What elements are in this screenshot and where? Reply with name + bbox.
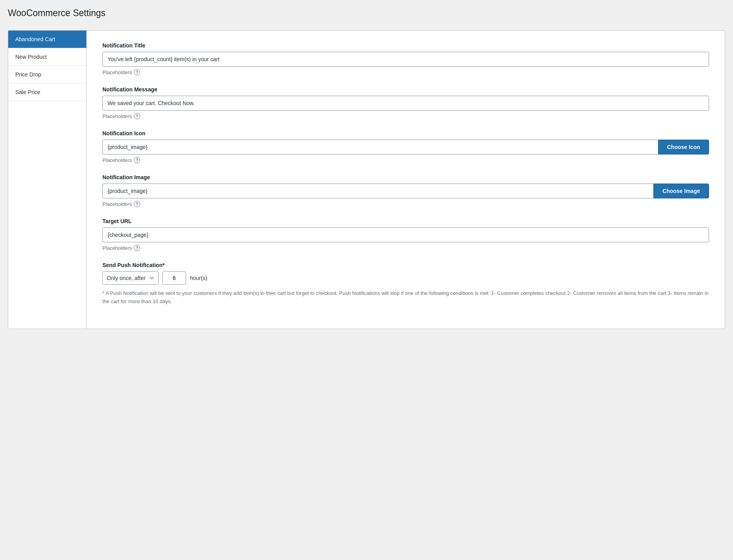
- send-push-select[interactable]: Only once, after Every time: [102, 271, 159, 285]
- notification-image-input[interactable]: [102, 184, 653, 198]
- page-title: WooCommerce Settings: [8, 8, 725, 22]
- placeholders-help-icon-5[interactable]: ?: [134, 245, 140, 251]
- hours-label: hour(s): [190, 275, 207, 281]
- target-url-section: Target URL Placeholders ?: [102, 218, 709, 251]
- notification-icon-input[interactable]: [102, 140, 658, 155]
- placeholders-help-icon-2[interactable]: ?: [134, 113, 140, 119]
- notification-image-label: Notification Image: [102, 174, 709, 180]
- notification-title-label: Notification Title: [102, 42, 709, 49]
- send-push-footnote: * A Push Notification will be sent to yo…: [102, 289, 709, 306]
- notification-message-label: Notification Message: [102, 86, 709, 93]
- placeholders-label-3: Placeholders: [102, 157, 132, 163]
- placeholders-help-icon-4[interactable]: ?: [134, 201, 140, 207]
- notification-icon-label: Notification Icon: [102, 130, 709, 136]
- sidebar-item-new-product[interactable]: New Product: [8, 48, 86, 66]
- notification-title-input[interactable]: [102, 52, 709, 67]
- notification-message-placeholders: Placeholders ?: [102, 113, 709, 119]
- main-content: Abandoned Cart New Product Price Drop Sa…: [8, 30, 725, 329]
- target-url-label: Target URL: [102, 218, 709, 224]
- sidebar-item-sale-price[interactable]: Sale Price: [8, 84, 86, 101]
- sidebar-item-price-drop[interactable]: Price Drop: [8, 66, 86, 84]
- send-push-label: Send Push Notification*: [102, 262, 709, 268]
- notification-image-placeholders: Placeholders ?: [102, 201, 709, 207]
- notification-message-input[interactable]: [102, 96, 709, 111]
- notification-icon-placeholders: Placeholders ?: [102, 157, 709, 163]
- placeholders-label-4: Placeholders: [102, 201, 132, 207]
- placeholders-label-2: Placeholders: [102, 113, 132, 119]
- placeholders-label-1: Placeholders: [102, 69, 132, 75]
- placeholders-label-5: Placeholders: [102, 245, 132, 251]
- sidebar-item-abandoned-cart[interactable]: Abandoned Cart: [8, 31, 86, 48]
- notification-title-placeholders: Placeholders ?: [102, 69, 709, 75]
- notification-image-row: Choose Image: [102, 184, 709, 198]
- send-push-hours-input[interactable]: [162, 271, 186, 285]
- target-url-placeholders: Placeholders ?: [102, 245, 709, 251]
- choose-image-button[interactable]: Choose Image: [653, 184, 709, 198]
- page-wrapper: WooCommerce Settings Abandoned Cart New …: [0, 0, 733, 560]
- notification-message-section: Notification Message Placeholders ?: [102, 86, 709, 119]
- notification-title-section: Notification Title Placeholders ?: [102, 42, 709, 75]
- form-area: Notification Title Placeholders ? Notifi…: [87, 31, 725, 329]
- notification-image-section: Notification Image Choose Image Placehol…: [102, 174, 709, 207]
- sidebar: Abandoned Cart New Product Price Drop Sa…: [8, 31, 87, 329]
- placeholders-help-icon-3[interactable]: ?: [134, 157, 140, 163]
- notification-icon-section: Notification Icon Choose Icon Placeholde…: [102, 130, 709, 163]
- send-push-section: Send Push Notification* Only once, after…: [102, 262, 709, 306]
- placeholders-help-icon-1[interactable]: ?: [134, 69, 140, 75]
- send-push-row: Only once, after Every time hour(s): [102, 271, 709, 285]
- notification-icon-row: Choose Icon: [102, 140, 709, 155]
- target-url-input[interactable]: [102, 227, 709, 242]
- choose-icon-button[interactable]: Choose Icon: [658, 140, 709, 155]
